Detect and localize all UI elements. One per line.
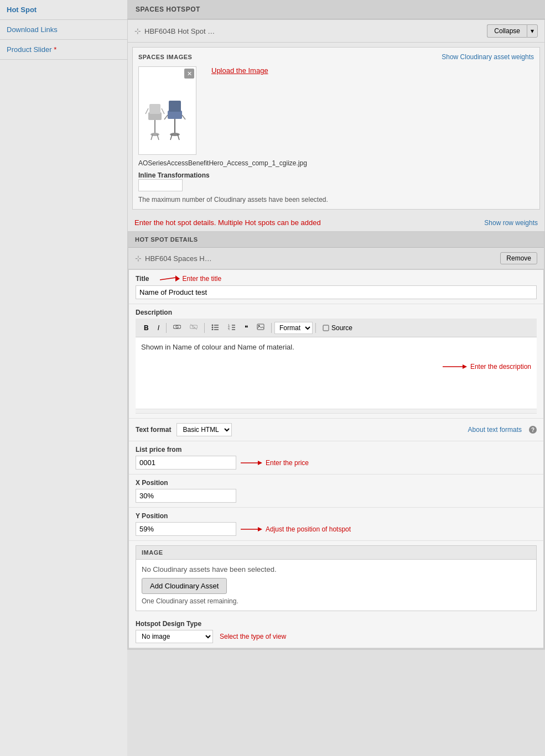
- inline-transform-label: Inline Transformations: [138, 171, 534, 179]
- sidebar-item-product-slider[interactable]: Product Slider: [0, 40, 127, 60]
- sidebar-item-hot-spot-link[interactable]: Hot Spot: [7, 6, 37, 14]
- svg-line-14: [164, 115, 168, 119]
- source-icon: [323, 325, 329, 331]
- main-content: SPACES HOTSPOT ⊹ HBF604B Hot Spot … Coll…: [127, 0, 545, 756]
- format-select[interactable]: Format: [274, 322, 313, 334]
- title-input[interactable]: [136, 285, 537, 299]
- svg-line-15: [182, 115, 185, 119]
- hd-move-icon: ⊹: [135, 254, 142, 263]
- help-icon[interactable]: ?: [529, 426, 537, 434]
- ul-icon: [211, 324, 219, 330]
- svg-line-7: [162, 108, 164, 114]
- design-type-input-group: No image With image Select the type of v…: [136, 630, 537, 643]
- svg-rect-13: [169, 101, 181, 112]
- unlink-button[interactable]: [186, 321, 201, 334]
- italic-button[interactable]: I: [154, 322, 163, 334]
- blockquote-button[interactable]: ❝: [241, 322, 252, 334]
- spaces-images-section: SPACES IMAGES Show Cloudinary asset weig…: [132, 47, 540, 210]
- editor-toolbar: B I: [136, 319, 537, 337]
- toolbar-separator-4: [315, 323, 316, 333]
- image-placeholder: [139, 67, 196, 154]
- svg-point-19: [212, 325, 214, 326]
- hotspot-header-left: ⊹ HBF604B Hot Spot …: [134, 27, 215, 35]
- remove-image-button[interactable]: ✕: [184, 69, 194, 79]
- hd-section-title: HOT SPOT DETAILS: [128, 232, 544, 248]
- list-price-label: List price from: [136, 446, 537, 453]
- section-title: SPACES HOTSPOT: [127, 0, 545, 19]
- hotspot-notice: Enter the hot spot details. Multiple Hot…: [128, 214, 544, 231]
- svg-rect-12: [168, 111, 182, 119]
- x-position-row: X Position: [129, 475, 543, 508]
- hd-row-header-left: ⊹ HBF604 Spaces H…: [135, 254, 212, 263]
- bold-button[interactable]: B: [140, 322, 153, 334]
- svg-rect-33: [323, 325, 329, 331]
- link-button[interactable]: [169, 321, 185, 334]
- spaces-images-title: SPACES IMAGES: [138, 54, 192, 60]
- design-type-select[interactable]: No image With image: [136, 630, 213, 643]
- about-text-formats-link[interactable]: About text formats: [468, 426, 522, 434]
- price-arrow-icon: [241, 458, 266, 467]
- spaces-images-header: SPACES IMAGES Show Cloudinary asset weig…: [138, 53, 534, 61]
- image-filename: AOSeriesAccessBenefitHero_Access_comp_1_…: [138, 159, 534, 167]
- sidebar-item-download-links-link[interactable]: Download Links: [7, 25, 58, 34]
- image-subsection-body: No Cloudinary assets have been selected.…: [136, 560, 536, 611]
- design-type-row: Hotspot Design Type No image With image …: [129, 616, 543, 648]
- sidebar-item-download-links[interactable]: Download Links: [0, 20, 127, 40]
- show-cloudinary-weights-link[interactable]: Show Cloudinary asset weights: [442, 53, 534, 61]
- hotspot-item-label: HBF604B Hot Spot …: [144, 27, 215, 35]
- form-body: Title Enter the title: [128, 269, 544, 649]
- add-cloudinary-asset-button[interactable]: Add Cloudinary Asset: [142, 578, 227, 594]
- one-asset-remaining-text: One Cloudinary asset remaining.: [142, 597, 531, 605]
- x-position-input[interactable]: [136, 489, 236, 503]
- remove-button[interactable]: Remove: [500, 252, 537, 264]
- ol-button[interactable]: 1. 2. 3.: [224, 321, 240, 334]
- upload-image-link[interactable]: Upload the Image: [211, 66, 268, 75]
- x-position-input-group: [136, 489, 537, 503]
- svg-marker-17: [175, 275, 180, 281]
- desc-annotation: Enter the description: [443, 362, 531, 371]
- ul-button[interactable]: [207, 321, 223, 334]
- collapse-button[interactable]: Collapse: [487, 24, 527, 38]
- upload-area: Upload the Image: [203, 66, 268, 75]
- svg-text:3.: 3.: [228, 328, 230, 330]
- sidebar-item-hot-spot[interactable]: Hot Spot: [0, 0, 127, 20]
- text-format-row: Text format Basic HTML Full HTML Plain t…: [129, 419, 543, 441]
- sidebar-item-product-slider-link[interactable]: Product Slider: [7, 45, 56, 54]
- svg-rect-5: [149, 104, 160, 114]
- list-price-input[interactable]: [136, 456, 236, 470]
- text-format-select[interactable]: Basic HTML Full HTML Plain text: [177, 423, 232, 436]
- svg-point-0: [150, 133, 159, 136]
- title-arrow-icon: [160, 274, 182, 283]
- svg-marker-35: [463, 364, 467, 369]
- svg-line-6: [146, 108, 148, 114]
- x-position-label: X Position: [136, 479, 537, 487]
- max-assets-message: The maximum number of Cloudinary assets …: [138, 196, 534, 204]
- unlink-icon: [190, 324, 198, 330]
- design-type-annotation: Select the type of view: [220, 633, 286, 640]
- editor-text: Shown in Name of colour and Name of mate…: [141, 343, 294, 351]
- y-position-input-group: Adjust the position of hotspot: [136, 522, 537, 536]
- svg-marker-37: [258, 461, 262, 465]
- title-annotation: Enter the title: [160, 274, 221, 283]
- hotspot-notice-text: Enter the hot spot details. Multiple Hot…: [134, 218, 321, 227]
- y-position-input[interactable]: [136, 522, 236, 536]
- y-position-label: Y Position: [136, 512, 537, 520]
- desc-arrow-icon: [443, 362, 470, 371]
- hd-row-header: ⊹ HBF604 Spaces H… Remove: [128, 248, 544, 269]
- ol-icon: 1. 2. 3.: [228, 324, 236, 330]
- show-row-weights-link[interactable]: Show row weights: [484, 219, 538, 227]
- link-icon: [173, 324, 181, 330]
- svg-marker-39: [258, 527, 262, 531]
- collapse-dropdown-button[interactable]: ▾: [527, 24, 538, 38]
- toolbar-separator-2: [204, 323, 205, 333]
- editor-footer: [136, 409, 537, 414]
- toolbar-separator-1: [166, 323, 167, 333]
- title-label: Title: [136, 275, 149, 283]
- image-insert-button[interactable]: [253, 321, 268, 334]
- editor-content-area[interactable]: Shown in Name of colour and Name of mate…: [136, 337, 537, 409]
- source-button[interactable]: Source: [319, 322, 356, 334]
- inline-transform-input[interactable]: [138, 179, 183, 191]
- description-label: Description: [136, 309, 537, 316]
- no-assets-text: No Cloudinary assets have been selected.: [142, 565, 531, 573]
- sidebar: Hot Spot Download Links Product Slider: [0, 0, 127, 756]
